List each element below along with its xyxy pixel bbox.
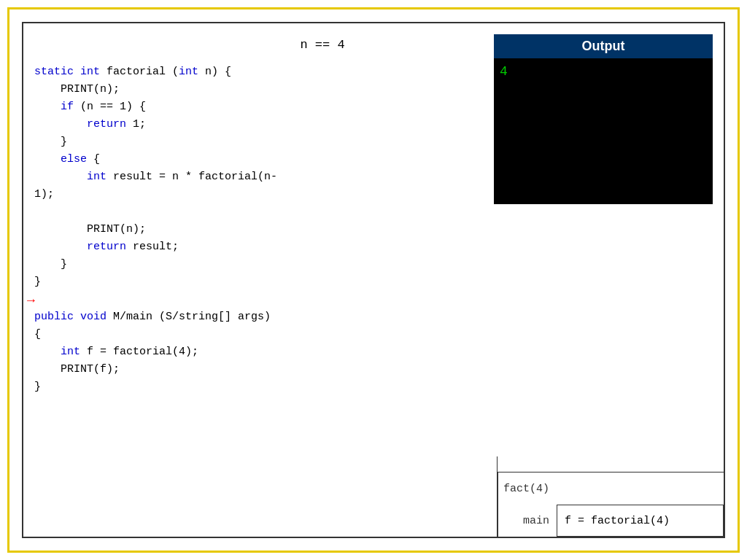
kw-void: void (80, 311, 107, 323)
kw-int1: int (80, 66, 100, 78)
kw-return2: return (87, 241, 126, 253)
kw-int4: int (61, 346, 80, 358)
stack-label-main: main (498, 515, 557, 527)
inner-area: Output 4 n == 4 static int factorial (in… (22, 22, 725, 538)
output-content: 4 (494, 58, 713, 204)
code-area: static int factorial (int n) { PRINT(n);… (34, 34, 483, 456)
kw-int3: int (87, 171, 107, 183)
arrow-indicator: → (27, 293, 35, 308)
output-value: 4 (500, 64, 508, 79)
code-block: static int factorial (int n) { PRINT(n);… (34, 63, 483, 396)
kw-int2: int (179, 66, 198, 78)
stack-row-main: main f = factorial(4) (498, 505, 724, 537)
kw-else: else (61, 153, 87, 166)
kw-public: public (34, 311, 74, 323)
output-title: Output (494, 34, 713, 58)
stack-cell-main: f = factorial(4) (557, 505, 724, 537)
stack-label-fact: fact(4) (498, 483, 557, 495)
output-panel: Output 4 (494, 34, 713, 204)
stack-cell-fact (557, 472, 724, 505)
kw-if: if (61, 101, 74, 113)
call-stack-area: fact(4) main f = factorial(4) (498, 472, 724, 537)
kw-return1: return (87, 118, 126, 131)
kw-static: static (34, 66, 74, 78)
stack-row-fact: fact(4) (498, 472, 724, 505)
